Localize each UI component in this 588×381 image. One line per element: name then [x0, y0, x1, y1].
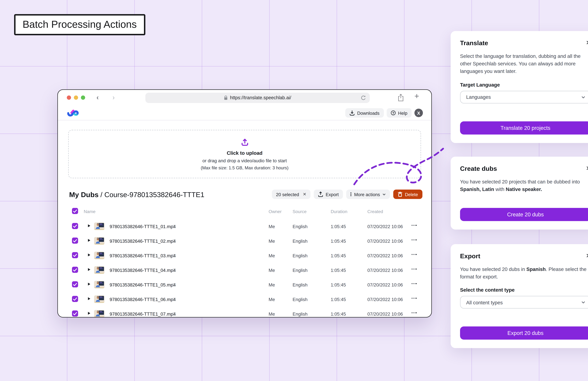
row-checkbox[interactable]: [72, 237, 78, 244]
source-cell: English: [293, 238, 308, 243]
canvas: Batch Processing Actions ‹ › https://tra…: [0, 0, 588, 381]
url-bar[interactable]: https://translate.speechlab.ai/: [145, 92, 370, 103]
created-cell: 07/20/2022 10:06: [367, 238, 403, 243]
browser-chrome: ‹ › https://translate.speechlab.ai/ +: [58, 90, 431, 105]
breadcrumb-my-dubs[interactable]: My Dubs: [69, 190, 99, 198]
upload-line2: (Max file size: 1.5 GB, Max duration: 3 …: [201, 165, 289, 170]
table-row[interactable]: 9780135382646-TTTE1_02.mp4 0 Me English …: [68, 233, 421, 248]
created-cell: 07/20/2022 10:06: [367, 296, 403, 302]
check-icon: [73, 253, 77, 257]
expand-caret-icon[interactable]: [88, 312, 90, 315]
row-menu-icon[interactable]: [412, 269, 417, 270]
upload-line1: or drag and drop a video/audio file to s…: [202, 158, 287, 163]
file-name[interactable]: 9780135382646-TTTE1_02.mp4: [110, 238, 176, 243]
upload-dropzone[interactable]: Click to upload or drag and drop a video…: [68, 130, 421, 178]
bulk-actions-toolbar: 20 selected ✕ Export More actions Delete: [272, 190, 422, 199]
help-label: Help: [398, 110, 407, 115]
traffic-lights: [66, 95, 85, 100]
source-cell: English: [293, 267, 308, 273]
expand-caret-icon[interactable]: [88, 224, 90, 227]
export-description: You have selected 20 dubs in Spanish. Pl…: [460, 265, 588, 281]
row-checkbox[interactable]: [72, 252, 78, 258]
row-checkbox[interactable]: [72, 310, 78, 317]
owner-cell: Me: [269, 267, 275, 273]
source-cell: English: [293, 224, 308, 229]
delete-button[interactable]: Delete: [393, 190, 422, 199]
new-tab-icon[interactable]: +: [414, 92, 419, 101]
downloads-button[interactable]: Downloads: [345, 108, 384, 118]
owner-cell: Me: [269, 224, 275, 229]
video-thumbnail: [94, 237, 105, 244]
row-menu-icon[interactable]: [412, 254, 417, 255]
content-type-select[interactable]: All content types: [460, 296, 588, 309]
help-button[interactable]: ? Help: [387, 108, 412, 118]
export-button[interactable]: Export: [314, 190, 343, 199]
close-icon[interactable]: ✕: [586, 165, 588, 172]
row-menu-icon[interactable]: [412, 225, 417, 226]
target-language-value: Languages: [466, 94, 491, 100]
col-source[interactable]: Source: [293, 209, 307, 214]
lock-icon: [224, 95, 228, 100]
create-dubs-button[interactable]: Create 20 dubs: [460, 208, 588, 221]
row-checkbox[interactable]: [72, 296, 78, 302]
expand-caret-icon[interactable]: [88, 268, 90, 271]
file-name[interactable]: 9780135382646-TTTE1_03.mp4: [110, 253, 176, 258]
dub-count-badge: 0: [172, 224, 175, 229]
row-menu-icon[interactable]: [412, 239, 417, 240]
table-row[interactable]: 9780135382646-TTTE1_03.mp4 0 Me English …: [68, 248, 421, 262]
table-row[interactable]: 9780135382646-TTTE1_04.mp4 0 Me English …: [68, 262, 421, 277]
minimize-window-icon[interactable]: [74, 95, 78, 100]
file-name[interactable]: 9780135382646-TTTE1_07.mp4: [110, 311, 176, 316]
owner-cell: Me: [269, 296, 275, 302]
row-menu-icon[interactable]: [412, 312, 417, 313]
table-row[interactable]: 9780135382646-TTTE1_01.mp4 0 Me English …: [68, 219, 421, 233]
file-name[interactable]: 9780135382646-TTTE1_06.mp4: [110, 296, 176, 302]
select-all-checkbox[interactable]: [72, 208, 78, 214]
expand-caret-icon[interactable]: [88, 239, 90, 242]
row-menu-icon[interactable]: [412, 298, 417, 299]
more-actions-button[interactable]: More actions: [346, 190, 390, 199]
chevron-down-icon: [581, 301, 585, 304]
expand-caret-icon[interactable]: [88, 297, 90, 300]
check-icon: [73, 209, 77, 213]
avatar[interactable]: X: [414, 109, 423, 117]
row-menu-icon[interactable]: [412, 283, 417, 284]
clear-selection-icon[interactable]: ✕: [303, 192, 306, 197]
file-name[interactable]: 9780135382646-TTTE1_01.mp4: [110, 224, 176, 229]
chevron-down-icon: [581, 96, 585, 99]
row-checkbox[interactable]: [72, 267, 78, 273]
expand-caret-icon[interactable]: [88, 254, 90, 256]
close-window-icon[interactable]: [66, 95, 71, 100]
close-icon[interactable]: ✕: [586, 253, 588, 259]
close-icon[interactable]: ✕: [586, 40, 588, 46]
video-thumbnail: [94, 252, 105, 259]
duration-cell: 1:05:45: [331, 267, 346, 273]
col-name[interactable]: Name: [84, 209, 96, 214]
target-language-select[interactable]: Languages: [460, 90, 588, 103]
row-checkbox[interactable]: [72, 223, 78, 229]
delete-label: Delete: [405, 192, 418, 197]
share-icon[interactable]: [398, 94, 404, 102]
expand-caret-icon[interactable]: [88, 283, 90, 286]
table-row[interactable]: 9780135382646-TTTE1_07.mp4 0 Me English …: [68, 306, 421, 318]
translate-projects-button[interactable]: Translate 20 projects: [460, 121, 588, 134]
col-owner[interactable]: Owner: [269, 209, 282, 214]
file-name[interactable]: 9780135382646-TTTE1_04.mp4: [110, 267, 176, 273]
kebab-vertical-icon: [350, 192, 351, 196]
zoom-window-icon[interactable]: [81, 95, 85, 100]
table-row[interactable]: 9780135382646-TTTE1_05.mp4 0 Me English …: [68, 277, 421, 292]
col-duration[interactable]: Duration: [331, 209, 347, 214]
app-header: Downloads ? Help X: [58, 105, 431, 120]
selected-count-chip[interactable]: 20 selected ✕: [272, 190, 311, 199]
table-row[interactable]: 9780135382646-TTTE1_06.mp4 0 Me English …: [68, 292, 421, 306]
export-dubs-button[interactable]: Export 20 dubs: [460, 326, 588, 339]
col-created[interactable]: Created: [367, 209, 383, 214]
file-name[interactable]: 9780135382646-TTTE1_05.mp4: [110, 282, 176, 287]
check-icon: [73, 312, 77, 315]
back-icon[interactable]: ‹: [96, 93, 99, 102]
downloads-label: Downloads: [357, 110, 379, 115]
forward-icon[interactable]: ›: [112, 93, 115, 102]
source-cell: English: [293, 282, 308, 287]
reload-icon[interactable]: [361, 95, 366, 100]
row-checkbox[interactable]: [72, 281, 78, 287]
